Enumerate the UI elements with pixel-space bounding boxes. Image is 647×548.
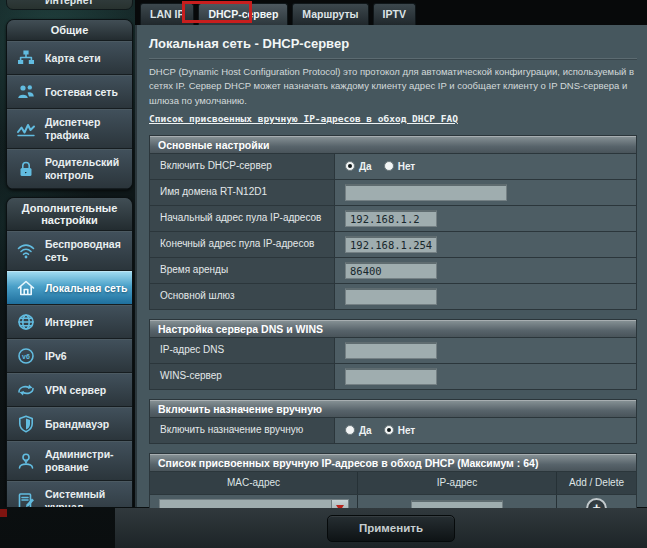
main-area: LAN IP DHCP-сервер Маршруты IPTV Локальн… (135, 0, 647, 507)
default-gateway-input[interactable] (345, 288, 437, 305)
row-label: Конечный адрес пула IP-адресов (150, 232, 335, 257)
sidebar-item-traffic-manager[interactable]: Диспетчер трафика (7, 109, 132, 149)
syslog-icon (7, 491, 45, 507)
tab-lan-ip[interactable]: LAN IP (140, 3, 194, 25)
row-label: IP-адрес DNS (150, 338, 335, 363)
radio-label-yes: Да (359, 161, 372, 172)
sidebar-group-header: Дополнительные настройки (7, 198, 132, 231)
tab-routes[interactable]: Маршруты (292, 3, 368, 25)
screen-artifact (0, 509, 7, 517)
row-enable-dhcp: Включить DHCP-сервер Да Нет (150, 153, 636, 179)
radio-manual-no[interactable] (384, 425, 394, 435)
sidebar-item-label: Системный журнал (45, 488, 132, 507)
vpn-icon (7, 380, 45, 400)
sidebar-item-label: Гостевая сеть (45, 86, 132, 99)
sidebar-item-network-map[interactable]: Карта сети (7, 41, 132, 75)
sidebar-item-vpn[interactable]: VPN сервер (7, 373, 132, 407)
sidebar-item-label: Брандмауэр (45, 418, 132, 431)
section-header: Основные настройки (150, 136, 636, 153)
radio-dhcp-yes[interactable] (345, 161, 355, 171)
apply-button[interactable]: Применить (327, 515, 455, 542)
sidebar-group-general: Общие Карта сети Гостевая сеть Диспетчер… (6, 19, 133, 190)
sidebar-item-guest-network[interactable]: Гостевая сеть (7, 75, 132, 109)
sidebar-item-label: VPN сервер (45, 384, 132, 397)
domain-name-input[interactable] (345, 184, 507, 201)
sidebar-item-administration[interactable]: Администри-рование (7, 441, 132, 481)
section-header: Список присвоенных вручную IP-адресов в … (150, 454, 636, 471)
sidebar-item-parental-control[interactable]: Родительский контроль (7, 149, 132, 189)
sidebar: Интернет Общие Карта сети Гостевая сеть … (0, 0, 135, 507)
shield-icon (7, 414, 45, 434)
sidebar-partial-label: Интернет (45, 0, 93, 6)
divider (149, 58, 637, 59)
lease-time-input[interactable] (345, 262, 437, 279)
globe-icon (7, 312, 45, 332)
sidebar-item-label: Родительский контроль (45, 156, 132, 182)
sidebar-item-system-log[interactable]: Системный журнал (7, 481, 132, 507)
sidebar-item-label: Локальная сеть (45, 282, 132, 295)
sidebar-group-advanced: Дополнительные настройки Беспроводная се… (6, 197, 133, 507)
row-default-gateway: Основной шлюз (150, 283, 636, 309)
row-label: WINS-сервер (150, 364, 335, 389)
row-label: Начальный адрес пула IP-адресов (150, 206, 335, 231)
svg-text:v6: v6 (22, 353, 30, 360)
dns-ip-input[interactable] (345, 342, 437, 359)
row-pool-start: Начальный адрес пула IP-адресов (150, 205, 636, 231)
page-description: DHCP (Dynamic Host Configuration Protoco… (149, 65, 643, 108)
home-icon (7, 278, 45, 298)
tab-bar: LAN IP DHCP-сервер Маршруты IPTV (135, 0, 647, 25)
admin-icon (7, 451, 45, 471)
wireless-icon (7, 241, 45, 261)
faq-link[interactable]: Список присвоенных вручную IP-адресов в … (149, 113, 458, 124)
row-label: Основной шлюз (150, 284, 335, 309)
row-dns-ip: IP-адрес DNS (150, 337, 636, 363)
radio-label-no: Нет (398, 425, 416, 436)
row-label: Время аренды (150, 258, 335, 283)
page-title: Локальная сеть - DHCP-сервер (149, 32, 637, 51)
sidebar-item-lan[interactable]: Локальная сеть (7, 271, 132, 305)
sidebar-item-label: Администри-рование (45, 448, 132, 474)
pool-end-input[interactable] (345, 236, 437, 253)
sidebar-item-firewall[interactable]: Брандмауэр (7, 407, 132, 441)
col-header-add-delete: Add / Delete (557, 472, 636, 494)
sidebar-item-internet-setup-partial[interactable]: Интернет (6, 0, 133, 12)
sidebar-item-ipv6[interactable]: v6 IPv6 (7, 339, 132, 373)
table-header-row: MAC-адрес IP-адрес Add / Delete (150, 471, 636, 494)
radio-manual-yes[interactable] (345, 425, 355, 435)
radio-label-yes: Да (359, 425, 372, 436)
parental-control-icon (7, 159, 45, 179)
col-header-mac: MAC-адрес (150, 472, 358, 494)
tab-dhcp-server[interactable]: DHCP-сервер (198, 3, 288, 25)
row-wins-server: WINS-сервер (150, 363, 636, 389)
traffic-manager-icon (7, 119, 45, 139)
row-lease-time: Время аренды (150, 257, 636, 283)
row-enable-manual: Включить назначение вручную Да Нет (150, 417, 636, 443)
radio-label-no: Нет (398, 161, 416, 172)
section-header: Включить назначение вручную (150, 400, 636, 417)
section-dns-wins: Настройка сервера DNS и WINS IP-адрес DN… (149, 319, 637, 390)
sidebar-group-header: Общие (7, 20, 132, 41)
sidebar-item-wireless[interactable]: Беспроводная сеть (7, 231, 132, 271)
sidebar-item-label: IPv6 (45, 350, 132, 363)
tab-iptv[interactable]: IPTV (373, 3, 416, 25)
sidebar-item-label: Беспроводная сеть (45, 238, 132, 264)
row-label: Имя домена RT-N12D1 (150, 180, 335, 205)
col-header-ip: IP-адрес (358, 472, 557, 494)
row-pool-end: Конечный адрес пула IP-адресов (150, 231, 636, 257)
network-map-icon (7, 48, 45, 68)
sidebar-item-wan[interactable]: Интернет (7, 305, 132, 339)
content-panel: Локальная сеть - DHCP-сервер DHCP (Dynam… (135, 25, 647, 507)
pool-start-input[interactable] (345, 210, 437, 227)
section-basic: Основные настройки Включить DHCP-сервер … (149, 135, 637, 310)
row-label: Включить назначение вручную (150, 418, 335, 443)
sidebar-item-label: Карта сети (45, 52, 132, 65)
section-header: Настройка сервера DNS и WINS (150, 320, 636, 337)
guest-network-icon (7, 82, 45, 102)
radio-dhcp-no[interactable] (384, 161, 394, 171)
sidebar-item-label: Интернет (45, 316, 132, 329)
section-manual-assignment: Включить назначение вручную Включить наз… (149, 399, 637, 444)
row-label: Включить DHCP-сервер (150, 154, 335, 179)
sidebar-item-label: Диспетчер трафика (45, 116, 132, 142)
wins-server-input[interactable] (345, 368, 437, 385)
row-domain-name: Имя домена RT-N12D1 (150, 179, 636, 205)
